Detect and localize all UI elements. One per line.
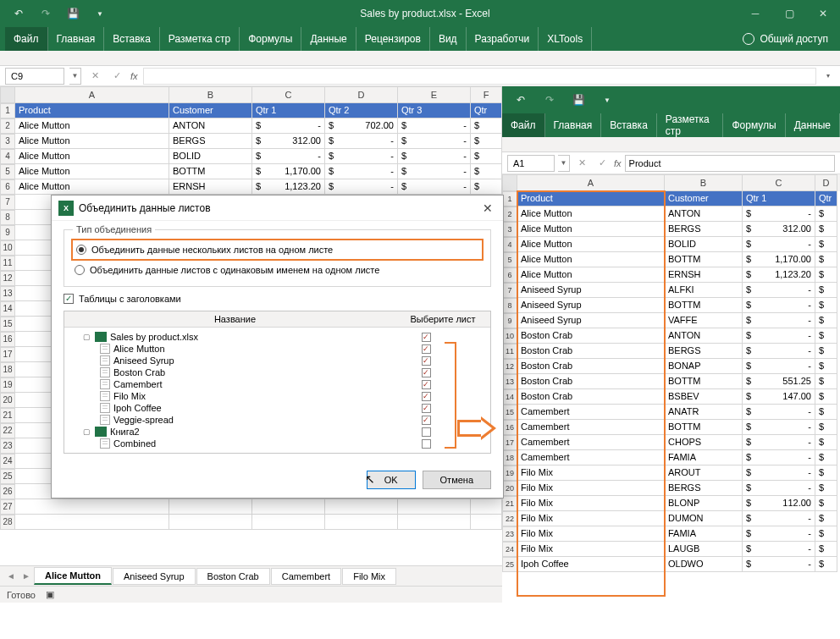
row-header[interactable]: 17	[502, 435, 517, 450]
cell[interactable]: Camembert	[517, 405, 665, 420]
cell[interactable]: $	[815, 435, 837, 450]
cell[interactable]: ALFKI	[665, 283, 743, 298]
cell[interactable]: $	[815, 481, 837, 496]
tree-checkbox[interactable]	[422, 368, 431, 377]
cell[interactable]: $1,123.20	[252, 179, 325, 195]
tree-sheet-item[interactable]: Aniseed Syrup	[69, 355, 485, 366]
cell[interactable]: $-	[743, 450, 815, 465]
cell[interactable]: BERGS	[665, 222, 743, 237]
cell[interactable]: Alice Mutton	[15, 149, 169, 164]
row-header[interactable]: 25	[502, 557, 517, 572]
ribbon-tab-formulas[interactable]: Формулы	[240, 27, 301, 51]
undo-icon[interactable]: ↶	[7, 2, 30, 25]
ribbon-tab-layout[interactable]: Разметка стр	[657, 113, 724, 137]
cell[interactable]: $	[815, 283, 837, 298]
cell[interactable]: $-	[325, 134, 398, 149]
cell[interactable]: $-	[325, 179, 398, 195]
tree-checkbox[interactable]	[422, 380, 431, 389]
row-header[interactable]: 13	[502, 374, 517, 389]
col-header[interactable]: E	[398, 86, 471, 103]
cell[interactable]: DUMON	[665, 511, 743, 526]
col-header[interactable]: D	[815, 174, 837, 191]
tree-checkbox[interactable]	[422, 404, 431, 413]
cell[interactable]: Boston Crab	[517, 389, 665, 405]
cell[interactable]: $-	[325, 164, 398, 179]
cancel-formula-icon[interactable]: ✕	[86, 70, 103, 81]
row-header[interactable]: 2	[0, 118, 15, 134]
cell[interactable]: $	[815, 542, 837, 557]
cell[interactable]: Alice Mutton	[15, 179, 169, 195]
cell[interactable]	[325, 499, 398, 515]
cell[interactable]: $	[815, 450, 837, 465]
row-header[interactable]: 6	[0, 179, 15, 195]
cell[interactable]: $-	[743, 465, 815, 481]
cell[interactable]: FAMIA	[665, 450, 743, 465]
col-header[interactable]: D	[325, 86, 398, 103]
formula-input[interactable]	[143, 68, 816, 85]
cell[interactable]: $	[815, 511, 837, 526]
col-header[interactable]: A	[15, 86, 169, 103]
tree-checkbox[interactable]	[422, 333, 431, 342]
ribbon-tab-xltools[interactable]: XLTools	[539, 27, 592, 51]
row-header[interactable]: 26	[0, 484, 15, 499]
cell[interactable]: ERNSH	[665, 267, 743, 283]
cell[interactable]: $-	[398, 179, 471, 195]
cell[interactable]: Aniseed Syrup	[517, 313, 665, 328]
sheet-tab[interactable]: Camembert	[271, 568, 341, 585]
cell[interactable]: Qtr 1	[252, 103, 325, 118]
ribbon-tab-home[interactable]: Главная	[545, 113, 602, 137]
ribbon-tab-layout[interactable]: Разметка стр	[160, 27, 240, 51]
row-header[interactable]: 16	[0, 332, 15, 347]
row-header[interactable]: 22	[0, 423, 15, 438]
name-box-dropdown-icon[interactable]: ▼	[69, 68, 81, 85]
cell[interactable]: $	[815, 526, 837, 542]
cell[interactable]: Camembert	[517, 450, 665, 465]
ribbon-tab-insert[interactable]: Вставка	[104, 27, 160, 51]
row-header[interactable]: 14	[0, 301, 15, 317]
cell[interactable]: FAMIA	[665, 526, 743, 542]
row-header[interactable]: 28	[0, 515, 15, 530]
select-all-corner[interactable]	[0, 86, 15, 103]
sheet-tab[interactable]: Boston Crab	[196, 568, 270, 585]
accept-formula-icon[interactable]: ✓	[594, 157, 611, 168]
row-header[interactable]: 8	[0, 210, 15, 225]
cell[interactable]: $	[815, 313, 837, 328]
cell[interactable]: $	[815, 405, 837, 420]
qat-more-icon[interactable]: ▼	[595, 88, 619, 112]
cell[interactable]: $702.00	[325, 118, 398, 134]
redo-icon[interactable]: ↷	[34, 2, 58, 25]
cell[interactable]: OLDWO	[665, 557, 743, 572]
cell[interactable]: Boston Crab	[517, 359, 665, 374]
cell[interactable]	[169, 515, 252, 530]
cell[interactable]: Filo Mix	[517, 526, 665, 542]
cell[interactable]: Alice Mutton	[15, 164, 169, 179]
cell[interactable]: $	[815, 328, 837, 344]
row-header[interactable]: 1	[0, 103, 15, 118]
tree-sheet-item[interactable]: Combined	[69, 438, 485, 449]
ribbon-tab-file[interactable]: Файл	[5, 27, 48, 51]
row-header[interactable]: 24	[502, 542, 517, 557]
row-header[interactable]: 15	[0, 317, 15, 332]
cell[interactable]: BOTTM	[665, 252, 743, 267]
cell[interactable]: Filo Mix	[517, 511, 665, 526]
radio-merge-multiple[interactable]: Объединить данные нескольких листов на о…	[75, 242, 480, 257]
cell[interactable]: $	[815, 557, 837, 572]
row-header[interactable]: 25	[0, 469, 15, 484]
row-header[interactable]: 12	[502, 359, 517, 374]
cell[interactable]: Camembert	[517, 435, 665, 450]
row-header[interactable]: 21	[502, 496, 517, 511]
macro-record-icon[interactable]: ▣	[46, 589, 54, 600]
sheet-tab[interactable]: Filo Mix	[342, 568, 396, 585]
cancel-formula-icon[interactable]: ✕	[573, 157, 590, 168]
row-header[interactable]: 12	[0, 271, 15, 286]
row-header[interactable]: 15	[502, 405, 517, 420]
ok-button[interactable]: OK	[367, 471, 416, 489]
tree-sheet-item[interactable]: Veggie-spread	[69, 414, 485, 426]
row-header[interactable]: 16	[502, 420, 517, 435]
tree-checkbox[interactable]	[422, 416, 431, 425]
cell[interactable]: $-	[398, 118, 471, 134]
cell[interactable]: $	[471, 149, 502, 164]
cell[interactable]	[398, 515, 471, 530]
cell[interactable]: ANTON	[665, 207, 743, 222]
row-header[interactable]: 27	[0, 499, 15, 515]
